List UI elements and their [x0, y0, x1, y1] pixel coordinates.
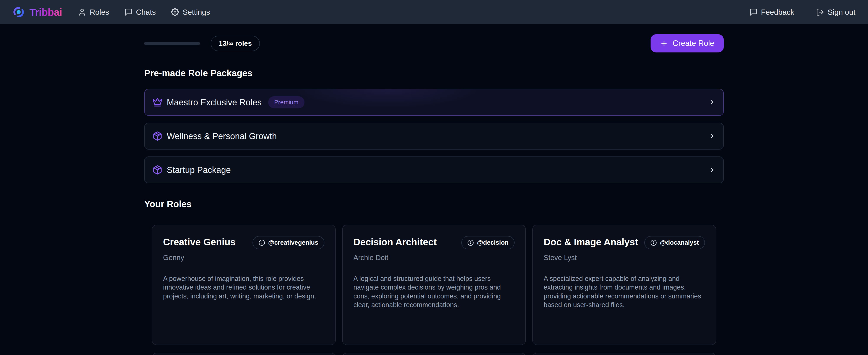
info-icon [650, 239, 657, 246]
nav-item-roles[interactable]: Roles [78, 8, 109, 17]
package-icon [152, 131, 162, 141]
main-content: 13/∞ roles Create Role Pre-made Role Pac… [144, 34, 724, 355]
nav-item-settings[interactable]: Settings [171, 8, 210, 17]
role-description: A logical and structured guide that help… [353, 274, 515, 309]
feedback-label: Feedback [761, 8, 794, 17]
chevron-right-icon [709, 167, 716, 173]
create-role-button[interactable]: Create Role [651, 34, 724, 53]
package-name: Wellness & Personal Growth [167, 131, 277, 141]
role-handle-badge[interactable]: @creativegenius [252, 236, 324, 249]
info-icon [258, 239, 265, 246]
role-handle: @decision [477, 239, 508, 246]
roles-count-badge: 13/∞ roles [211, 36, 260, 51]
role-card-decision-architect[interactable]: Decision Architect @decision Archie Doit… [342, 225, 526, 345]
nav-label: Roles [90, 8, 109, 17]
roles-section-title: Your Roles [144, 199, 724, 209]
package-list: Maestro Exclusive Roles Premium Wellness… [144, 89, 724, 183]
role-handle-badge[interactable]: @decision [461, 236, 515, 249]
packages-section-title: Pre-made Role Packages [144, 68, 724, 79]
sign-out-button[interactable]: Sign out [816, 8, 856, 17]
roles-stats-row: 13/∞ roles Create Role [144, 34, 724, 53]
role-card-partial[interactable] [342, 353, 526, 355]
gear-icon [171, 8, 179, 16]
package-name: Startup Package [167, 165, 231, 175]
nav-label: Chats [136, 8, 156, 17]
nav-label: Settings [183, 8, 210, 17]
role-card-creative-genius[interactable]: Creative Genius @creativegenius Genny A … [152, 225, 336, 345]
role-handle-badge[interactable]: @docanalyst [644, 236, 705, 249]
role-title: Decision Architect [353, 237, 437, 247]
role-subtitle: Genny [163, 254, 324, 262]
roles-progress-bar [144, 41, 200, 45]
chevron-right-icon [709, 99, 716, 106]
create-role-label: Create Role [673, 39, 714, 48]
package-icon [152, 165, 162, 175]
premium-badge: Premium [268, 96, 305, 108]
topbar: Tribbai Roles Chats Settings [0, 0, 868, 24]
tribbai-logo-icon [12, 6, 25, 18]
package-name: Maestro Exclusive Roles [167, 97, 261, 107]
roles-grid: Creative Genius @creativegenius Genny A … [144, 225, 724, 355]
role-subtitle: Archie Doit [353, 254, 515, 262]
package-row-startup[interactable]: Startup Package [144, 156, 724, 183]
role-title: Creative Genius [163, 237, 236, 247]
user-icon [78, 8, 86, 16]
chat-bubble-icon [749, 8, 757, 16]
role-title: Doc & Image Analyst [544, 237, 638, 247]
chat-bubble-icon [124, 8, 132, 16]
role-card-doc-image-analyst[interactable]: Doc & Image Analyst @docanalyst Steve Ly… [532, 225, 716, 345]
role-handle: @creativegenius [268, 239, 318, 246]
sign-out-label: Sign out [828, 8, 856, 17]
chevron-right-icon [709, 132, 716, 140]
role-handle: @docanalyst [660, 239, 699, 246]
main-nav: Roles Chats Settings [78, 8, 210, 17]
plus-icon [660, 39, 668, 47]
feedback-button[interactable]: Feedback [749, 8, 794, 17]
role-card-partial[interactable] [152, 353, 336, 355]
brand-name: Tribbai [29, 6, 62, 18]
package-row-maestro[interactable]: Maestro Exclusive Roles Premium [144, 89, 724, 116]
package-row-wellness[interactable]: Wellness & Personal Growth [144, 123, 724, 150]
sign-out-icon [816, 8, 824, 16]
nav-item-chats[interactable]: Chats [124, 8, 156, 17]
topbar-right: Feedback Sign out [749, 8, 856, 17]
role-description: A powerhouse of imagination, this role p… [163, 274, 324, 301]
role-subtitle: Steve Lyst [544, 254, 705, 262]
info-icon [467, 239, 474, 246]
crown-icon [152, 97, 162, 107]
role-card-partial[interactable] [532, 353, 716, 355]
brand-logo[interactable]: Tribbai [12, 6, 62, 18]
role-description: A specialized expert capable of analyzin… [544, 274, 705, 309]
